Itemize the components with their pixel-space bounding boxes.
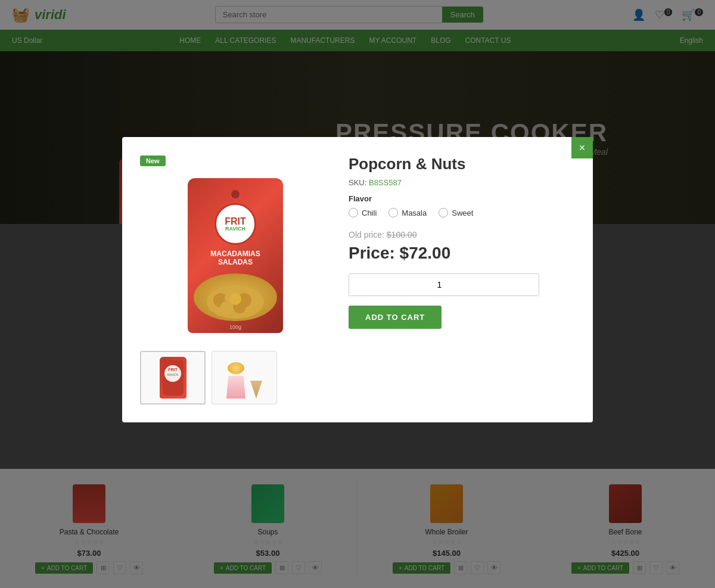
radio-chili[interactable] [349, 208, 358, 217]
sku-value: B8SS587 [369, 178, 402, 187]
flavor-sweet-label: Sweet [452, 209, 473, 217]
old-price-row: Old price: $100.00 [349, 229, 575, 240]
thumbnails-row: FRIT RAVICH [140, 351, 331, 405]
new-badge: New [140, 155, 166, 166]
product-title: Popcorn & Nuts [349, 155, 575, 173]
modal-details-section: Popcorn & Nuts SKU: B8SS587 Flavor Chili… [349, 155, 575, 405]
flavor-options: Chili Masala Sweet [349, 208, 575, 217]
thumbnail-0[interactable]: FRIT RAVICH [140, 351, 206, 405]
flavor-chili-label: Chili [362, 209, 377, 217]
modal-overlay: × New FRIT RAVICH MACADAMIASSALADAS [0, 0, 715, 588]
old-price-value: $100.00 [387, 230, 417, 239]
flavor-chili[interactable]: Chili [349, 208, 377, 217]
sku-label: SKU: [349, 178, 366, 187]
svg-point-6 [229, 293, 241, 305]
flavor-masala-label: Masala [402, 209, 427, 217]
current-price-value: $72.00 [400, 244, 451, 262]
radio-sweet[interactable] [439, 208, 448, 217]
svg-point-4 [220, 301, 233, 315]
old-price-label: Old price: [349, 230, 387, 239]
product-main-image: FRIT RAVICH MACADAMIASSALADAS [140, 172, 331, 339]
product-modal: × New FRIT RAVICH MACADAMIASSALADAS [122, 137, 593, 422]
quantity-row [349, 273, 575, 296]
product-sku-row: SKU: B8SS587 [349, 178, 575, 187]
quantity-input[interactable] [349, 273, 539, 296]
flavor-sweet[interactable]: Sweet [439, 208, 473, 217]
price-label: Price: [349, 244, 400, 262]
modal-image-section: New FRIT RAVICH MACADAMIASSALADAS [140, 155, 331, 405]
thumbnail-1[interactable] [212, 351, 277, 405]
current-price-row: Price: $72.00 [349, 244, 575, 263]
radio-masala[interactable] [388, 208, 398, 217]
svg-text:FRIT: FRIT [168, 368, 178, 372]
add-to-cart-modal-button[interactable]: ADD TO CART [349, 306, 442, 329]
modal-close-button[interactable]: × [571, 137, 593, 158]
flavor-masala[interactable]: Masala [388, 208, 427, 217]
svg-text:RAVICH: RAVICH [167, 373, 178, 377]
flavor-label: Flavor [349, 194, 575, 203]
